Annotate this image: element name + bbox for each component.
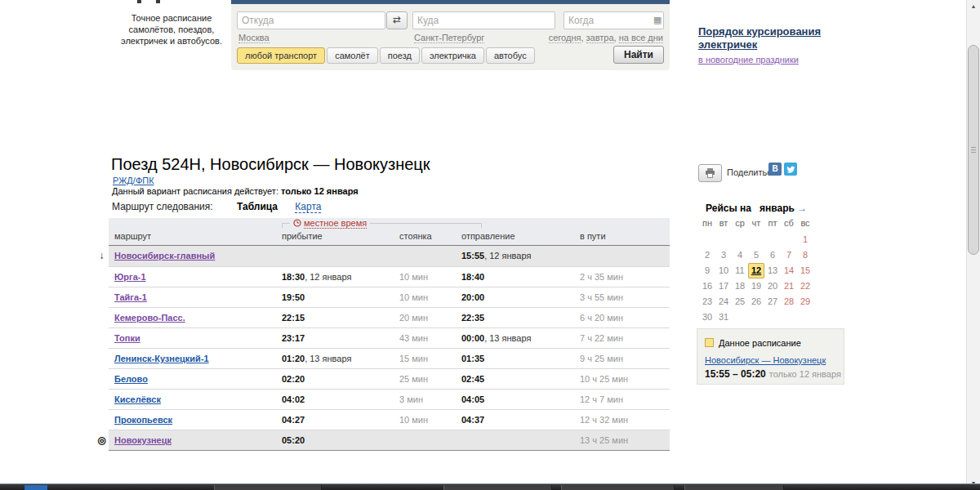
from-suggestion-link[interactable]: Москва	[238, 33, 270, 43]
calendar-grid: 1234567891011121314151617181920212223242…	[699, 232, 813, 325]
time-range: 15:55 – 05:20	[705, 368, 766, 380]
arrival-cell: 02:20	[282, 369, 305, 390]
calendar-day[interactable]: 25	[732, 294, 748, 310]
station-link[interactable]: Новосибирск-главный	[114, 246, 215, 266]
find-button[interactable]: Найти	[613, 46, 664, 64]
station-link[interactable]: Юрга-1	[114, 267, 146, 287]
calendar-day[interactable]: 29	[797, 294, 813, 310]
travel-time: 12 ч 7 мин	[580, 390, 623, 410]
weekday-label: сб	[781, 216, 797, 230]
calendar-day[interactable]: 3	[715, 247, 732, 263]
date-shortcut-link[interactable]: сегодня	[549, 33, 581, 43]
table-row: Прокопьевск04:2710 мин04:3712 ч 32 мин	[109, 409, 670, 430]
local-time-text[interactable]: местное время	[304, 218, 367, 229]
calendar-day[interactable]: 22	[797, 278, 813, 294]
calendar-empty-cell	[748, 310, 764, 325]
calendar-empty-cell	[781, 232, 797, 247]
schedule-route-link[interactable]: Новосибирск — Новокузнецк	[705, 355, 844, 365]
calendar-day[interactable]: 12	[748, 263, 764, 278]
print-button[interactable]	[698, 164, 722, 182]
arrival-time: 04:02	[282, 394, 305, 404]
calendar-day[interactable]: 30	[699, 310, 715, 325]
date-shortcut-link[interactable]: на все дни	[619, 33, 663, 43]
calendar-day[interactable]: 8	[797, 247, 813, 263]
route-view-switch: Маршрут следования: Таблица Карта	[112, 201, 321, 212]
logo-fragment	[137, 0, 141, 3]
twitter-share-icon[interactable]	[784, 163, 797, 176]
vk-share-icon[interactable]: В	[768, 163, 782, 176]
calendar-day[interactable]: 4	[732, 247, 748, 263]
station-link[interactable]: Тайга-1	[114, 287, 147, 308]
calendar-day[interactable]: 5	[748, 247, 764, 263]
transport-tab[interactable]: поезд	[380, 47, 420, 64]
scroll-up-icon[interactable]: ▲	[967, 0, 980, 13]
date-input[interactable]	[564, 11, 664, 29]
tab-table-view[interactable]: Таблица	[237, 201, 278, 212]
calendar-day[interactable]: 6	[764, 247, 781, 263]
transport-tab[interactable]: автобус	[486, 47, 535, 64]
calendar-day[interactable]: 31	[715, 310, 732, 325]
arrival-time: 18:30	[282, 272, 305, 282]
stop-duration: 43 мин	[399, 328, 428, 349]
table-row: Кемерово-Пасс.22:1520 мин22:356 ч 20 мин	[109, 307, 670, 327]
arrival-cell: 18:30, 12 января	[282, 267, 351, 287]
calendar-day[interactable]: 2	[699, 247, 715, 263]
calendar-day[interactable]: 23	[699, 294, 715, 310]
taskbar-button	[684, 485, 784, 490]
swap-directions-button[interactable]: ⇄	[386, 11, 408, 29]
station-link[interactable]: Прокопьевск	[114, 410, 172, 430]
from-input[interactable]	[237, 11, 385, 29]
calendar-empty-cell	[764, 232, 781, 247]
scrollbar-thumb[interactable]	[968, 45, 979, 255]
to-suggestion-link[interactable]: Санкт-Петербург	[414, 33, 484, 43]
calendar-day[interactable]: 16	[699, 278, 715, 294]
weekday-label: пн	[699, 216, 715, 230]
carrier-link[interactable]: РЖД/ФПК	[113, 176, 154, 185]
weekday-label: вс	[797, 216, 813, 230]
calendar-picker-icon[interactable]: ▦	[653, 15, 662, 25]
station-link[interactable]: Белово	[114, 369, 148, 390]
arrival-cell: 04:27	[282, 410, 305, 430]
date-shortcut-link[interactable]: завтра	[586, 33, 614, 43]
calendar-empty-cell	[732, 310, 748, 325]
departure-cell: 01:35	[461, 349, 484, 369]
station-link[interactable]: Кемерово-Пасс.	[114, 308, 185, 328]
departure-date: , 12 января	[484, 251, 531, 261]
calendar-month-link[interactable]: январь →	[760, 203, 807, 214]
arrival-time: 23:17	[282, 333, 305, 343]
calendar-day[interactable]: 1	[797, 232, 813, 247]
station-link[interactable]: Новокузнецк	[114, 430, 172, 451]
scrollbar[interactable]: ▲ ▼	[966, 0, 980, 490]
calendar-day[interactable]: 14	[781, 263, 797, 278]
calendar-day[interactable]: 19	[748, 278, 764, 294]
to-input[interactable]	[412, 11, 555, 29]
travel-time: 3 ч 55 мин	[580, 287, 623, 308]
station-link[interactable]: Ленинск-Кузнецкий-1	[114, 349, 209, 369]
station-link[interactable]: Топки	[114, 328, 140, 349]
station-link[interactable]: Киселёвск	[114, 390, 161, 410]
calendar-day[interactable]: 28	[781, 294, 797, 310]
weekday-label: пт	[764, 216, 781, 230]
calendar-empty-cell	[764, 310, 781, 325]
calendar-day[interactable]: 26	[748, 294, 764, 310]
transport-tab[interactable]: самолёт	[327, 47, 378, 64]
calendar-day[interactable]: 11	[732, 263, 748, 278]
calendar-day[interactable]: 13	[764, 263, 781, 278]
holidays-link[interactable]: в новогодние праздники	[698, 55, 799, 65]
calendar-day[interactable]: 15	[797, 263, 813, 278]
calendar-day[interactable]: 7	[781, 247, 797, 263]
calendar-day[interactable]: 20	[764, 278, 781, 294]
calendar-day[interactable]: 9	[699, 263, 715, 278]
travel-time: 12 ч 32 мин	[580, 410, 628, 430]
calendar-day[interactable]: 24	[715, 294, 732, 310]
calendar-day[interactable]: 10	[715, 263, 732, 278]
electrichka-schedule-link[interactable]: Порядок курсирования электричек	[698, 25, 827, 51]
tab-map-view[interactable]: Карта	[295, 201, 321, 213]
calendar-day[interactable]: 21	[781, 278, 797, 294]
calendar-day[interactable]: 27	[764, 294, 781, 310]
calendar-empty-cell	[748, 232, 764, 247]
calendar-day[interactable]: 18	[732, 278, 748, 294]
transport-tab[interactable]: любой транспорт	[237, 47, 325, 64]
calendar-day[interactable]: 17	[715, 278, 732, 294]
transport-tab[interactable]: электричка	[421, 47, 484, 64]
